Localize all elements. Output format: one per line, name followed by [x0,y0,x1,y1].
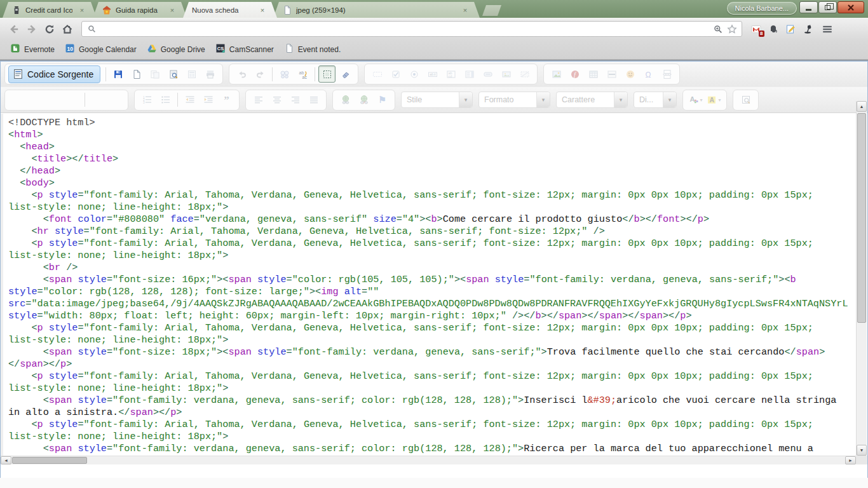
zoom-icon[interactable] [711,22,725,36]
textarea-button[interactable]: abcd [442,65,459,83]
outdent-button[interactable] [181,92,198,109]
smiley-button[interactable] [621,65,639,83]
link-button[interactable] [337,92,354,109]
checkbox-button[interactable] [387,65,404,83]
form-button[interactable] [369,65,386,83]
indent-button[interactable] [200,92,217,109]
special-char-button[interactable]: Ω [640,65,657,83]
remove-format-button[interactable] [337,65,354,83]
code-line: <font color="#808080" face="verdana, gen… [8,214,855,226]
dropdown-carattere[interactable]: Carattere▾ [556,92,628,108]
text-color-button[interactable]: A▾ [687,92,704,109]
dropdown-di[interactable]: Di...▾ [634,92,677,108]
preview-button[interactable] [146,65,163,83]
superscript-button[interactable] [107,92,124,109]
forward-button[interactable] [23,21,41,37]
evernote-elephant-extension-button[interactable] [764,21,782,37]
undo-button[interactable] [233,65,250,83]
restore-button[interactable] [818,1,837,13]
scroll-down-arrow-icon[interactable]: ▼ [857,445,867,456]
svg-text:CS: CS [217,46,224,51]
italic-button[interactable] [27,92,44,109]
blockquote-button[interactable]: ” [218,92,235,109]
source-code-textarea[interactable]: <!DOCTYPE html><html> <head> <title></ti… [1,114,856,456]
print-button[interactable] [201,65,219,83]
horizontal-scrollbar[interactable]: ◄ ► [1,456,856,464]
tab[interactable]: Guida rapida× [93,2,187,18]
image-button-button[interactable] [498,65,515,83]
bulleted-list-button[interactable] [157,92,174,109]
user-profile-button[interactable]: Nicola Barbane... [727,2,797,15]
tab[interactable]: Credit card Icons for Andr× [3,2,97,18]
find-button[interactable] [276,65,293,83]
home-button[interactable] [58,21,76,37]
strike-button[interactable] [64,92,81,109]
horizontal-rule-button[interactable] [603,65,620,83]
align-left-button[interactable] [250,92,267,109]
align-center-button[interactable] [268,92,285,109]
menu-button[interactable] [818,21,836,37]
align-justify-button[interactable] [305,92,322,109]
close-button[interactable] [837,1,864,13]
scroll-right-arrow-icon[interactable]: ► [845,456,856,464]
text-field-button[interactable]: ab [424,65,441,83]
numbered-list-button[interactable]: 123 [139,92,156,109]
maximize-button[interactable] [737,92,754,109]
bookmark-item[interactable]: Event noted. [279,42,346,57]
button-button[interactable] [479,65,496,83]
reload-button[interactable] [41,21,58,37]
horizontal-scroll-thumb[interactable] [12,457,87,464]
image-button[interactable] [548,65,565,83]
note-pencil-extension-button[interactable] [782,21,799,37]
tab-close-icon[interactable]: × [461,6,470,15]
tab-close-icon[interactable]: × [78,6,86,15]
bookmark-item[interactable]: 10Google Calendar [60,42,142,57]
select-all-button[interactable] [318,65,336,83]
hidden-field-button[interactable] [516,65,533,83]
bold-button[interactable] [9,92,26,109]
underline-button[interactable] [46,92,63,109]
toolbar-separator [177,93,178,107]
align-right-button[interactable] [287,92,304,109]
vertical-scroll-thumb[interactable] [857,113,866,323]
tab-close-icon[interactable]: × [258,6,267,15]
select-field-button[interactable] [461,65,478,83]
bookmark-star-icon[interactable] [725,22,739,36]
anchor-button[interactable]: ⚑ [374,92,391,109]
vertical-scrollbar[interactable]: ▲ ▼ [856,101,867,456]
radio-button[interactable] [405,65,423,83]
dropdown-formato[interactable]: Formato▾ [478,92,550,108]
bookmark-item[interactable]: Evernote [5,42,60,57]
table-button[interactable] [585,65,602,83]
new-page-button[interactable] [128,65,145,83]
lamp-extension-button[interactable] [799,21,816,37]
tab-close-icon[interactable]: × [168,6,177,15]
print-preview-icon [168,69,179,79]
scroll-left-arrow-icon[interactable]: ◄ [1,456,11,464]
editor-toolbar-row2: 123”⚑Stile▾Formato▾Carattere▾Di...▾A▾A▾ [1,87,867,113]
tab-active[interactable]: Nuova scheda× [183,2,277,18]
new-tab-button[interactable] [482,5,501,16]
print-preview-button[interactable] [165,65,182,83]
flash-button[interactable]: f [566,65,583,83]
save-icon [113,69,123,79]
tab[interactable]: jpeg (259×194)× [273,2,480,18]
source-mode-button[interactable]: Codice Sorgente [8,65,100,83]
bookmark-item[interactable]: CSCamScanner [210,42,279,57]
templates-button[interactable] [183,65,200,83]
back-button[interactable] [5,21,23,37]
unlink-button[interactable] [355,92,372,109]
scroll-up-arrow-icon[interactable]: ▲ [857,101,867,112]
page-break-button[interactable] [658,65,675,83]
save-button[interactable] [109,65,126,83]
redo-button[interactable] [252,65,269,83]
subscript-button[interactable] [88,92,105,109]
address-input[interactable] [98,23,711,36]
minimize-button[interactable] [799,1,818,13]
replace-button[interactable]: abac [294,65,311,83]
dropdown-stile[interactable]: Stile▾ [401,92,473,108]
svg-text:A: A [690,95,695,103]
gmail-extension-button[interactable]: 8 [747,21,764,37]
bg-color-button[interactable]: A▾ [705,92,722,109]
bookmark-item[interactable]: Google Drive [142,42,210,57]
